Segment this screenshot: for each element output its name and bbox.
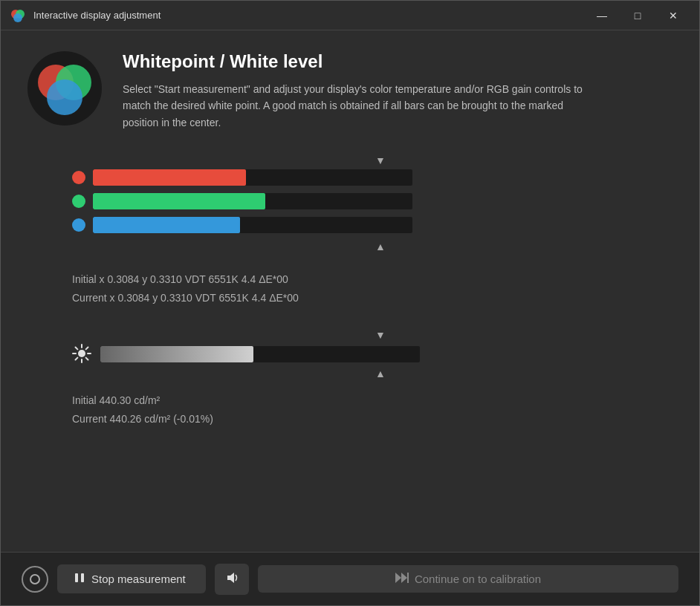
minimize-button[interactable]: — — [585, 4, 619, 27]
svg-line-13 — [86, 347, 88, 349]
app-icon — [10, 7, 26, 24]
brightness-bar-track — [100, 346, 420, 362]
current-brightness-info: Current 440.26 cd/m² (-0.01%) — [72, 410, 673, 429]
logo-circle — [27, 51, 102, 126]
green-bar-row — [72, 193, 673, 209]
brightness-section: ▼ — [72, 329, 673, 385]
titlebar: Interactive display adjustment — □ ✕ — [1, 1, 699, 30]
brightness-bar-fill — [100, 346, 253, 362]
red-bar-fill — [93, 169, 246, 186]
window-title: Interactive display adjustment — [33, 10, 585, 21]
footer: Stop measurement Continue on to calibrat… — [1, 552, 699, 605]
svg-rect-16 — [75, 573, 78, 582]
svg-point-2 — [13, 13, 22, 22]
svg-marker-19 — [395, 573, 401, 583]
svg-line-11 — [76, 347, 78, 349]
stop-measurement-label: Stop measurement — [91, 573, 186, 585]
svg-rect-17 — [81, 573, 84, 582]
page-title: Whitepoint / White level — [123, 51, 583, 72]
continue-label: Continue on to calibration — [415, 573, 541, 585]
bottom-triangle-marker: ▲ — [88, 241, 673, 252]
record-icon — [30, 574, 40, 584]
blue-bar-fill — [93, 217, 240, 233]
main-window: Interactive display adjustment — □ ✕ Whi… — [0, 0, 700, 606]
rgb-logo — [35, 59, 94, 118]
svg-marker-20 — [401, 573, 407, 583]
green-dot — [72, 195, 85, 208]
svg-line-14 — [76, 357, 78, 359]
skip-icon — [395, 573, 409, 585]
brightness-top-triangle: ▼ — [88, 329, 673, 341]
speaker-icon — [225, 571, 239, 587]
svg-point-5 — [47, 79, 82, 115]
page-description: Select "Start measurement" and adjust yo… — [123, 81, 583, 131]
brightness-bar-row — [72, 344, 673, 365]
green-bar-fill — [93, 193, 265, 209]
color-info-section: Initial x 0.3084 y 0.3310 VDT 6551K 4.4 … — [72, 270, 673, 307]
speaker-button[interactable] — [215, 564, 249, 595]
svg-line-12 — [86, 357, 88, 359]
current-color-info: Current x 0.3084 y 0.3310 VDT 6551K 4.4 … — [72, 289, 673, 307]
svg-point-6 — [78, 350, 85, 357]
svg-marker-18 — [227, 573, 234, 583]
blue-bar-row — [72, 217, 673, 233]
initial-brightness-info: Initial 440.30 cd/m² — [72, 391, 673, 410]
red-bar-row — [72, 169, 673, 186]
continue-button[interactable]: Continue on to calibration — [258, 565, 678, 593]
record-button[interactable] — [22, 566, 48, 593]
top-triangle-marker: ▼ — [88, 154, 673, 166]
red-bar-track — [93, 169, 412, 186]
svg-rect-21 — [407, 573, 409, 583]
maximize-button[interactable]: □ — [620, 4, 655, 27]
svg-point-15 — [30, 575, 39, 584]
pause-icon — [74, 572, 85, 586]
header-section: Whitepoint / White level Select "Start m… — [27, 51, 673, 131]
sun-icon — [72, 344, 93, 365]
blue-bar-track — [93, 217, 412, 233]
green-bar-track — [93, 193, 412, 209]
blue-dot — [72, 218, 85, 232]
color-bars-section: ▼ ▲ — [72, 154, 673, 258]
brightness-bottom-triangle: ▲ — [88, 368, 673, 379]
brightness-info-section: Initial 440.30 cd/m² Current 440.26 cd/m… — [72, 391, 673, 429]
header-text: Whitepoint / White level Select "Start m… — [123, 51, 583, 131]
window-controls: — □ ✕ — [585, 4, 690, 27]
stop-measurement-button[interactable]: Stop measurement — [57, 564, 206, 593]
close-button[interactable]: ✕ — [656, 4, 690, 27]
red-dot — [72, 171, 85, 184]
main-content: Whitepoint / White level Select "Start m… — [1, 30, 699, 552]
initial-color-info: Initial x 0.3084 y 0.3310 VDT 6551K 4.4 … — [72, 270, 673, 289]
